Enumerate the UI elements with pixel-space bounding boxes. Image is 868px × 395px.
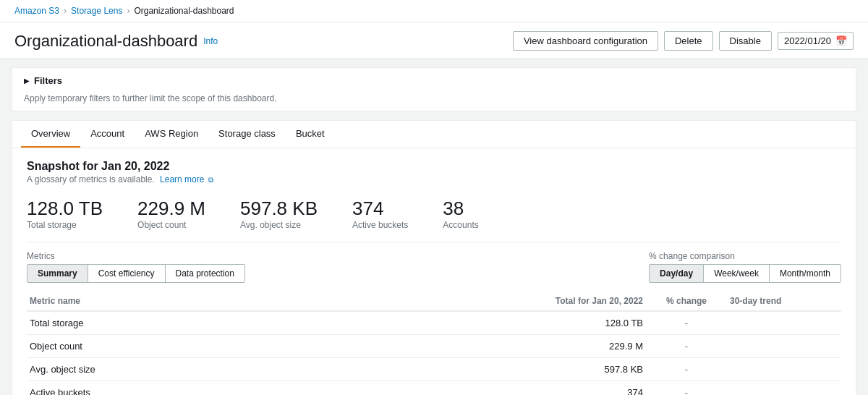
info-link[interactable]: Info <box>203 36 218 46</box>
comparison-control: % change comparison Day/day Week/week Mo… <box>649 251 841 283</box>
cell-change: - <box>643 387 730 395</box>
cell-trend <box>730 364 838 375</box>
snapshot-title: Snapshot for Jan 20, 2022 <box>27 160 841 173</box>
metrics-section-label: Metrics <box>27 251 245 261</box>
tab-account[interactable]: Account <box>80 121 135 148</box>
cell-total: 374 <box>484 387 643 395</box>
filters-header[interactable]: ▶ Filters <box>12 68 856 93</box>
metrics-btn-group: Summary Cost efficiency Data protection <box>27 264 245 283</box>
delete-button[interactable]: Delete <box>664 31 713 51</box>
controls-row: Metrics Summary Cost efficiency Data pro… <box>27 242 841 289</box>
main-content: Snapshot for Jan 20, 2022 A glossary of … <box>12 148 856 395</box>
col-header-total: Total for Jan 20, 2022 <box>484 296 643 306</box>
metric-active-buckets-value: 374 <box>352 198 408 220</box>
filters-triangle-icon: ▶ <box>24 77 30 85</box>
cell-metric-name: Object count <box>30 341 484 352</box>
tab-bucket[interactable]: Bucket <box>286 121 335 148</box>
date-picker[interactable]: 2022/01/20 📅 <box>778 32 854 50</box>
metric-total-storage: 128.0 TB Total storage <box>27 198 103 230</box>
breadcrumb-storage-lens[interactable]: Storage Lens <box>71 6 122 16</box>
page-title-area: Organizational-dashboard Info <box>14 32 218 51</box>
metrics-summary-btn[interactable]: Summary <box>27 265 88 282</box>
col-header-change: % change <box>643 296 730 306</box>
cell-change: - <box>643 318 730 328</box>
col-header-metric-name: Metric name <box>30 296 484 306</box>
filters-description: Apply temporary filters to further limit… <box>12 93 856 111</box>
cell-trend <box>730 341 838 352</box>
cell-total: 597.8 KB <box>484 364 643 375</box>
comparison-section-label: % change comparison <box>649 251 841 261</box>
metric-accounts-value: 38 <box>443 198 478 220</box>
tabs-bar: Overview Account AWS Region Storage clas… <box>12 121 856 148</box>
page-header: Organizational-dashboard Info View dashb… <box>0 22 868 59</box>
page-title: Organizational-dashboard <box>14 32 197 51</box>
table-row: Total storage 128.0 TB - <box>27 312 841 335</box>
cell-trend <box>730 318 838 328</box>
cell-metric-name: Total storage <box>30 318 484 328</box>
filters-section: ▶ Filters Apply temporary filters to fur… <box>12 67 856 111</box>
summary-metrics-row: 128.0 TB Total storage 229.9 M Object co… <box>27 187 841 242</box>
learn-more-link[interactable]: Learn more <box>160 174 204 184</box>
metric-total-storage-label: Total storage <box>27 220 103 230</box>
comparison-btn-group: Day/day Week/week Month/month <box>649 264 841 283</box>
comparison-dayday-btn[interactable]: Day/day <box>650 265 704 282</box>
snapshot-subtitle-text: A glossary of metrics is available. <box>27 174 155 184</box>
table-row: Avg. object size 597.8 KB - <box>27 358 841 381</box>
metrics-cost-efficiency-btn[interactable]: Cost efficiency <box>88 265 166 282</box>
header-actions: View dashboard configuration Delete Disa… <box>513 31 854 51</box>
cell-total: 128.0 TB <box>484 318 643 328</box>
calendar-icon: 📅 <box>835 35 847 46</box>
snapshot-subtitle: A glossary of metrics is available. Lear… <box>27 174 841 184</box>
comparison-weekweek-btn[interactable]: Week/week <box>704 265 770 282</box>
breadcrumb-sep-2: › <box>127 6 129 16</box>
metric-object-count-value: 229.9 M <box>137 198 205 220</box>
metric-total-storage-value: 128.0 TB <box>27 198 103 220</box>
view-config-button[interactable]: View dashboard configuration <box>513 31 658 51</box>
metrics-data-protection-btn[interactable]: Data protection <box>166 265 244 282</box>
date-value: 2022/01/20 <box>784 35 831 46</box>
metric-avg-object-size: 597.8 KB Avg. object size <box>240 198 318 230</box>
metric-accounts: 38 Accounts <box>443 198 478 230</box>
col-header-trend: 30-day trend <box>730 296 838 306</box>
tabs-container: Overview Account AWS Region Storage clas… <box>12 120 856 148</box>
snapshot-header: Snapshot for Jan 20, 2022 A glossary of … <box>27 160 841 184</box>
metric-object-count-label: Object count <box>137 220 205 230</box>
breadcrumb-sep-1: › <box>64 6 67 16</box>
metric-active-buckets-label: Active buckets <box>352 220 408 230</box>
cell-total: 229.9 M <box>484 341 643 352</box>
cell-change: - <box>643 341 730 352</box>
table-row: Object count 229.9 M - <box>27 335 841 358</box>
cell-change: - <box>643 364 730 375</box>
tab-overview[interactable]: Overview <box>21 121 80 148</box>
metric-accounts-label: Accounts <box>443 220 478 230</box>
disable-button[interactable]: Disable <box>719 31 772 51</box>
breadcrumb-bar: Amazon S3 › Storage Lens › Organizationa… <box>0 0 868 22</box>
table-header: Metric name Total for Jan 20, 2022 % cha… <box>27 292 841 312</box>
metric-object-count: 229.9 M Object count <box>137 198 205 230</box>
breadcrumb-amazon-s3[interactable]: Amazon S3 <box>14 6 59 16</box>
comparison-monthmonth-btn[interactable]: Month/month <box>770 265 841 282</box>
tab-storage-class[interactable]: Storage class <box>208 121 286 148</box>
metric-active-buckets: 374 Active buckets <box>352 198 408 230</box>
metrics-control: Metrics Summary Cost efficiency Data pro… <box>27 251 245 283</box>
cell-metric-name: Active buckets <box>30 387 484 395</box>
metric-avg-object-size-label: Avg. object size <box>240 220 318 230</box>
filters-title: Filters <box>34 75 62 86</box>
metric-avg-object-size-value: 597.8 KB <box>240 198 318 220</box>
breadcrumb-current: Organizational-dashboard <box>134 6 234 16</box>
external-link-icon: ⧉ <box>208 176 213 184</box>
cell-metric-name: Avg. object size <box>30 364 484 375</box>
tab-aws-region[interactable]: AWS Region <box>135 121 208 148</box>
cell-trend <box>730 387 838 395</box>
table-row: Active buckets 374 - <box>27 381 841 395</box>
metrics-table: Metric name Total for Jan 20, 2022 % cha… <box>27 292 841 395</box>
